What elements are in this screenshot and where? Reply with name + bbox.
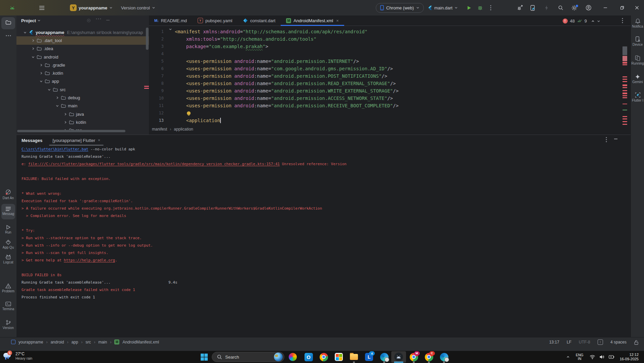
tool-button-project[interactable] <box>0 20 16 25</box>
status-crumb-android[interactable]: android <box>50 340 64 344</box>
chevron-expanded-icon[interactable] <box>46 88 52 91</box>
tool-button-logcat[interactable]: Logcat <box>0 254 16 264</box>
error-stripe-mark[interactable] <box>622 56 627 61</box>
tree-item-debug[interactable]: debug <box>16 94 149 102</box>
editor-tab-constant.dart[interactable]: constant.dart <box>238 15 281 26</box>
battery-icon[interactable] <box>609 355 614 359</box>
line-number[interactable]: 9 <box>149 87 175 95</box>
taskbar-android-studio[interactable] <box>394 353 403 361</box>
line-number[interactable]: 12 <box>149 109 175 117</box>
next-problem-icon[interactable] <box>597 20 600 23</box>
error-stripe-mark[interactable] <box>622 116 627 117</box>
indent-setting[interactable]: 4 spaces <box>610 340 627 344</box>
line-number[interactable]: 13 <box>149 117 175 124</box>
error-stripe-mark[interactable] <box>622 110 627 110</box>
chevron-collapsed-icon[interactable] <box>63 113 68 116</box>
status-crumb-yourappname[interactable]: yourappname <box>18 340 43 344</box>
error-stripe-mark[interactable] <box>622 118 627 119</box>
status-crumb-app[interactable]: app <box>71 340 78 344</box>
error-stripe-mark[interactable] <box>622 90 627 91</box>
line-number[interactable]: 1 <box>149 28 175 35</box>
tool-button-messag[interactable]: Messag <box>0 207 16 216</box>
line-number[interactable]: 5 <box>149 58 175 65</box>
tool-button-device[interactable]: Device <box>631 36 644 46</box>
editor-tab-pubspec.yaml[interactable]: Ypubspec.yaml <box>192 15 238 26</box>
error-stripe-mark[interactable] <box>622 93 627 94</box>
taskbar-chrome-profile-m[interactable]: M <box>409 353 418 361</box>
taskbar-outlook[interactable]: O <box>304 353 313 361</box>
messages-options-icon[interactable] <box>606 137 607 142</box>
wifi-icon[interactable] <box>590 355 595 359</box>
error-stripe[interactable] <box>622 26 628 114</box>
search-everywhere-button[interactable] <box>558 0 563 15</box>
taskbar-chrome[interactable] <box>319 353 328 361</box>
taskbar-search[interactable]: Search <box>212 352 284 362</box>
fold-icon[interactable] <box>169 28 172 31</box>
maximize-button[interactable] <box>617 3 627 13</box>
debug-button[interactable] <box>477 0 483 15</box>
volume-icon[interactable] <box>599 355 605 359</box>
chevron-expanded-icon[interactable] <box>30 56 36 59</box>
status-crumb-AndroidManifest.xml[interactable]: AndroidManifest.xml <box>122 340 159 344</box>
chevron-collapsed-icon[interactable] <box>63 121 68 124</box>
line-ending[interactable]: LF <box>567 340 571 344</box>
project-vertical-scrollbar[interactable] <box>146 28 149 50</box>
minimize-button[interactable] <box>600 3 610 13</box>
taskbar-edge[interactable] <box>380 353 389 361</box>
device-selector[interactable]: Chrome (web) <box>376 0 424 15</box>
line-number[interactable]: 2 <box>149 35 175 43</box>
prev-problem-icon[interactable] <box>591 20 595 23</box>
tool-button-flutter-i[interactable]: Flutter I <box>631 92 644 102</box>
tab-options-icon[interactable] <box>622 18 623 23</box>
line-number[interactable]: 11 <box>149 102 175 109</box>
taskbar-microsoft-store[interactable] <box>334 353 343 361</box>
editor-tab-AndroidManifest.xml[interactable]: MAndroidManifest.xml× <box>281 15 344 26</box>
tree-item-src[interactable]: src <box>16 85 149 94</box>
tool-button-running[interactable]: Running <box>631 55 644 65</box>
tool-button-gemini[interactable]: Gemini <box>631 74 644 84</box>
chevron-collapsed-icon[interactable] <box>30 47 36 50</box>
console-link[interactable]: https://help.gradle.org <box>64 258 115 262</box>
status-crumb-src[interactable]: src <box>85 340 91 344</box>
tree-item-main[interactable]: main <box>16 102 149 110</box>
editor-breadcrumbs[interactable]: manifest›application <box>152 124 193 134</box>
version-control-widget[interactable]: Version control <box>121 0 155 15</box>
settings-button[interactable] <box>571 0 577 15</box>
error-stripe-mark[interactable] <box>622 81 627 82</box>
tree-item-dot-dart_tool[interactable]: .dart_tool <box>16 36 149 44</box>
more-actions-button[interactable] <box>490 0 491 15</box>
close-icon[interactable]: × <box>98 138 100 143</box>
taskbar-start-button[interactable] <box>200 353 208 361</box>
language-indicator[interactable]: ENGIN <box>576 353 583 361</box>
error-stripe-mark[interactable] <box>622 97 627 98</box>
taskbar-copilot[interactable] <box>288 353 297 361</box>
project-horizontal-scrollbar[interactable] <box>17 130 125 132</box>
taskbar-clock[interactable]: 12:1216-09-2025 <box>620 353 639 361</box>
tool-button-dart-an[interactable]: Dart An <box>0 189 16 200</box>
error-stripe-mark[interactable] <box>622 76 627 77</box>
messages-tab-flutter[interactable]: [yourappname] Flutter× <box>52 135 100 146</box>
console-link[interactable]: file:///C:/src/flutter/packages/flutter_… <box>28 162 280 166</box>
file-encoding[interactable]: UTF-8 <box>579 340 590 344</box>
tree-item-dot-gradle[interactable]: .gradle <box>16 61 149 69</box>
tool-button-termina[interactable]: Termina <box>0 301 16 311</box>
close-button[interactable] <box>632 3 642 13</box>
error-stripe-mark[interactable] <box>622 84 627 86</box>
chevron-collapsed-icon[interactable] <box>54 96 60 99</box>
chevron-collapsed-icon[interactable] <box>38 64 44 67</box>
build-console[interactable]: C:\src\flutter\bin\flutter.bat --no-colo… <box>22 146 347 301</box>
taskbar-chrome-profile-c[interactable]: C <box>425 353 433 361</box>
messages-tab-messages[interactable]: Messages <box>22 135 42 146</box>
close-icon[interactable]: × <box>336 18 339 23</box>
inspections-widget[interactable]: ! 48 ✓✓ 9 <box>563 19 601 24</box>
error-stripe-mark[interactable] <box>622 95 627 96</box>
chevron-collapsed-icon[interactable] <box>38 72 44 75</box>
project-panel-header[interactable]: Project <box>16 15 149 26</box>
run-button[interactable] <box>467 0 472 15</box>
code-editor[interactable]: 1<manifest xmlns:android="http://schemas… <box>149 26 631 124</box>
tool-stripe-more[interactable] <box>0 35 16 36</box>
error-stripe-mark[interactable] <box>622 79 627 80</box>
error-stripe-mark[interactable] <box>622 64 627 65</box>
taskbar-edge-2[interactable] <box>440 353 448 361</box>
taskbar-linkedin[interactable]: L4 <box>365 353 373 361</box>
